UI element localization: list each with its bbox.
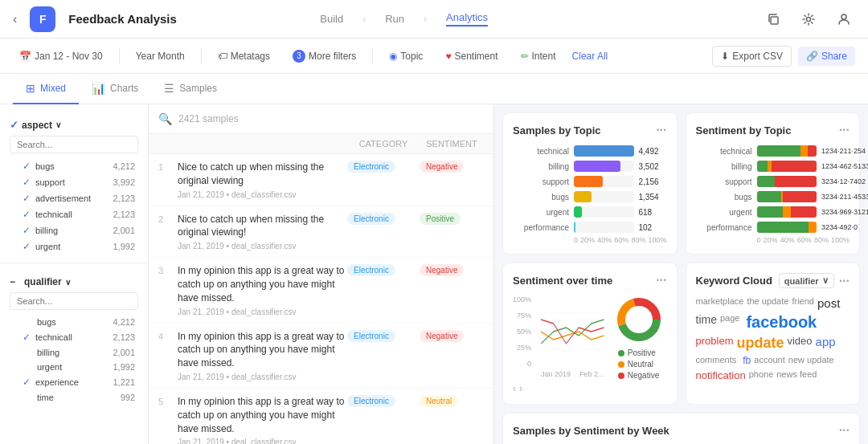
table-row[interactable]: 5 In my opinion this app is a great way … bbox=[149, 389, 493, 444]
chart-next-button[interactable]: › bbox=[519, 383, 522, 394]
kw-post[interactable]: post bbox=[817, 296, 840, 310]
clear-all-button[interactable]: Clear All bbox=[572, 51, 608, 62]
table-row[interactable]: 1 Nice to catch up when missing the orig… bbox=[149, 154, 493, 206]
sidebar-item-q-experience[interactable]: ✓ experience 1,221 bbox=[10, 374, 138, 390]
sub-nav-samples[interactable]: ☰ Samples bbox=[151, 74, 230, 104]
sidebar-item-q-time[interactable]: time 992 bbox=[10, 390, 138, 405]
nav-tab-run[interactable]: Run bbox=[385, 13, 404, 25]
keyword-cloud-more-icon[interactable]: ··· bbox=[839, 274, 850, 288]
stacked-bar-container bbox=[757, 206, 817, 218]
topic-value: 618 bbox=[639, 208, 667, 217]
export-csv-button[interactable]: ⬇ Export CSV bbox=[712, 46, 792, 67]
metatags-filter[interactable]: 🏷 Metatags bbox=[211, 47, 276, 65]
urgent-check-icon: ✓ bbox=[23, 241, 31, 252]
kw-comments[interactable]: comments bbox=[696, 355, 737, 366]
row-text: In my opinion this app is a great way to… bbox=[178, 330, 347, 370]
sidebar-item-bugs[interactable]: ✓ bugs 4,212 bbox=[10, 158, 138, 174]
kw-marketplace[interactable]: marketplace bbox=[696, 296, 744, 310]
sub-nav-charts[interactable]: 📊 Charts bbox=[79, 74, 151, 104]
header: ‹ F Feedback Analysis Build › Run › Anal… bbox=[0, 0, 868, 39]
sidebar-item-support[interactable]: ✓ support 3,992 bbox=[10, 174, 138, 190]
sentiment-badge: Negative bbox=[420, 161, 464, 173]
category-badge: Electronic bbox=[347, 213, 395, 225]
sentiment-topic-bar-row: urgent 3234·969·3121 bbox=[696, 206, 850, 218]
category-badge: Electronic bbox=[347, 395, 395, 407]
sidebar-item-q-bugs[interactable]: bugs 4,212 bbox=[10, 315, 138, 329]
row-sentiment: Negative bbox=[420, 330, 484, 342]
topic-bar bbox=[574, 145, 634, 157]
qualifier-minus-icon: − bbox=[10, 276, 21, 287]
kw-phone[interactable]: phone bbox=[749, 369, 774, 381]
qualifier-search-input[interactable] bbox=[10, 292, 138, 310]
sentiment-filter[interactable]: ♥ Sentiment bbox=[439, 47, 504, 65]
topic-filter[interactable]: ◉ Topic bbox=[383, 47, 429, 65]
copy-icon[interactable] bbox=[762, 8, 784, 31]
more-filters[interactable]: 3 More filters bbox=[286, 47, 362, 66]
back-button[interactable]: ‹ bbox=[13, 12, 17, 26]
sentiment-by-week-more-icon[interactable]: ··· bbox=[839, 423, 850, 438]
topic-label: performance bbox=[513, 223, 569, 232]
sentiment-by-week-title: Samples by Sentiment by Week ··· bbox=[513, 423, 850, 438]
sidebar-item-urgent[interactable]: ✓ urgent 1,992 bbox=[10, 238, 138, 255]
table-row[interactable]: 2 Nice to catch up when missing the orig… bbox=[149, 206, 493, 259]
sentiment-over-time-card: Sentiment over time ··· 100% 75% 50% 25%… bbox=[502, 263, 678, 405]
kw-facebook[interactable]: facebook bbox=[746, 313, 817, 332]
chart-prev-button[interactable]: ‹ bbox=[513, 383, 516, 394]
sidebar-item-billing[interactable]: ✓ billing 2,001 bbox=[10, 222, 138, 238]
topic-label: technical bbox=[513, 147, 569, 156]
year-month-filter[interactable]: Year Month bbox=[129, 47, 191, 65]
stacked-bar-container bbox=[757, 222, 817, 233]
nav-tab-analytics[interactable]: Analytics bbox=[446, 11, 488, 26]
user-icon[interactable] bbox=[833, 8, 855, 31]
intent-filter[interactable]: ✏ Intent bbox=[514, 47, 563, 65]
row-sentiment: Neutral bbox=[420, 395, 484, 407]
kw-the-update[interactable]: the update bbox=[747, 296, 788, 310]
kw-problem[interactable]: problem bbox=[696, 335, 734, 352]
kw-account[interactable]: account bbox=[754, 355, 785, 366]
table-row[interactable]: 3 In my opinion this app is a great way … bbox=[149, 258, 493, 323]
sub-nav-mixed[interactable]: ⊞ Mixed bbox=[13, 74, 79, 104]
share-button[interactable]: 🔗 Share bbox=[798, 47, 855, 66]
kw-notification[interactable]: notification bbox=[696, 369, 746, 381]
sidebar-item-q-urgent[interactable]: urgent 1,992 bbox=[10, 360, 138, 374]
samples-by-topic-more-icon[interactable]: ··· bbox=[656, 123, 666, 137]
kw-fb[interactable]: fb bbox=[743, 355, 751, 366]
sentiment-topic-bar-row: billing 1234·462·5133 bbox=[696, 161, 850, 172]
topic-bar-row: technical 4,492 bbox=[513, 145, 667, 157]
samples-table: 🔍 2421 samples CATEGORY SENTIMENT 1 Nice… bbox=[149, 104, 494, 444]
kw-new-update[interactable]: new update bbox=[788, 355, 834, 366]
nav-tab-build[interactable]: Build bbox=[320, 13, 343, 25]
kw-video[interactable]: video bbox=[787, 335, 812, 352]
kw-app[interactable]: app bbox=[816, 335, 836, 352]
col-category-header: CATEGORY bbox=[347, 139, 420, 149]
row-text: In my opinion this app is a great way to… bbox=[178, 264, 347, 304]
qualifier-filter-button[interactable]: qualifier ∨ bbox=[779, 273, 834, 288]
kw-time[interactable]: time bbox=[696, 313, 717, 332]
sentiment-badge: Neutral bbox=[420, 395, 458, 407]
category-badge: Electronic bbox=[347, 161, 395, 173]
keyword-cloud-header: Keyword Cloud qualifier ∨ bbox=[696, 273, 834, 288]
sentiment-by-topic-more-icon[interactable]: ··· bbox=[839, 123, 850, 137]
svg-rect-0 bbox=[771, 17, 778, 24]
settings-icon[interactable] bbox=[797, 8, 820, 31]
sidebar-item-advertisement[interactable]: ✓ advertisement 2,123 bbox=[10, 190, 138, 206]
download-icon: ⬇ bbox=[721, 51, 729, 62]
sentiment-values: 1234·211·254 bbox=[821, 147, 850, 155]
table-row[interactable]: 4 In my opinion this app is a great way … bbox=[149, 324, 493, 389]
kw-page[interactable]: page bbox=[720, 313, 739, 332]
kw-friend[interactable]: friend bbox=[792, 296, 814, 310]
sentiment-over-time-more-icon[interactable]: ··· bbox=[656, 273, 666, 287]
sentiment-topic-label: technical bbox=[696, 147, 752, 156]
sidebar-item-q-technicall[interactable]: ✓ technicall 2,123 bbox=[10, 329, 138, 345]
sidebar-item-q-billing[interactable]: billing 2,001 bbox=[10, 345, 138, 360]
donut-svg bbox=[615, 295, 663, 344]
year-month-label: Year Month bbox=[136, 51, 185, 62]
kw-update[interactable]: update bbox=[736, 335, 784, 352]
qualifier-header[interactable]: − qualifier ∨ bbox=[10, 271, 138, 292]
aspect-header[interactable]: ✓ aspect ∨ bbox=[10, 114, 138, 136]
kw-news-feed[interactable]: news feed bbox=[776, 369, 817, 381]
date-range-filter[interactable]: 📅 Jan 12 - Nov 30 bbox=[13, 47, 109, 65]
q-experience-check-icon: ✓ bbox=[23, 377, 31, 388]
sidebar-item-technicall[interactable]: ✓ technicall 2,123 bbox=[10, 206, 138, 222]
aspect-search-input[interactable] bbox=[10, 136, 138, 153]
